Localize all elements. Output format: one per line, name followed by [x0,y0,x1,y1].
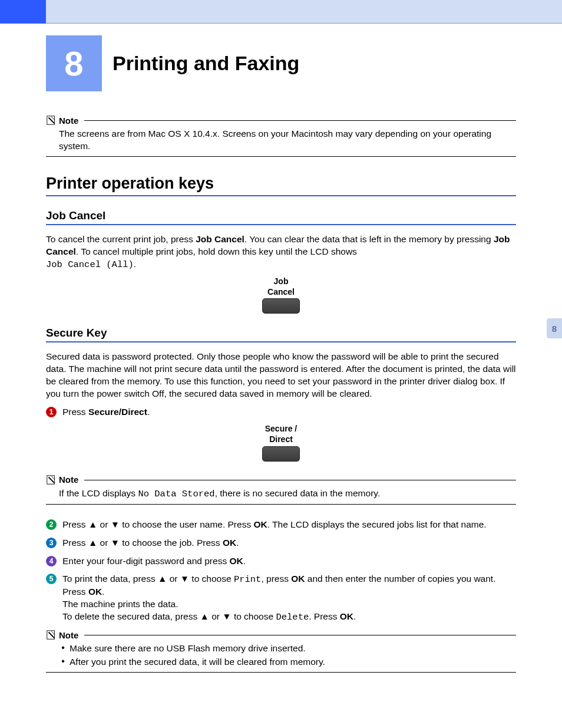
bold-text: OK [291,574,305,584]
header-strip [0,0,562,24]
note-body: If the LCD displays No Data Stored, ther… [59,487,516,500]
step-number-icon: 3 [46,538,57,548]
text: . [353,611,356,621]
subsection-secure-key: Secure Key [46,327,516,342]
chapter-number-box: 8 [46,35,102,91]
job-cancel-button-graphic: Job Cancel [46,277,516,317]
step-3: 3 Press ▲ or ▼ to choose the job. Press … [46,537,516,549]
note-end-rule [46,156,516,157]
step-5: 5 To print the data, press ▲ or ▼ to cho… [46,573,516,624]
note-bullet-1: • Make sure there are no USB Flash memor… [46,643,516,655]
secure-key-paragraph: Secured data is password protected. Only… [46,351,516,400]
step-text: Enter your four-digit password and press… [62,555,516,568]
job-cancel-paragraph: To cancel the current print job, press J… [46,233,516,271]
note-rule [84,634,516,635]
text: . You can clear the data that is left in… [244,234,494,244]
note-label: Note [59,630,78,640]
mono-text: Print [234,574,262,585]
note-label: Note [59,116,78,126]
step-text: Press ▲ or ▼ to choose the job. Press OK… [62,537,516,549]
button-label-line2: Cancel [46,288,516,297]
step-number-icon: 5 [46,574,57,584]
note-end-rule [46,672,516,673]
header-strip-left [0,0,46,24]
note-body: The screens are from Mac OS X 10.4.x. Sc… [59,128,516,153]
section-heading: Printer operation keys [46,174,516,196]
text: If the LCD displays [59,488,138,498]
note-label: Note [59,475,78,485]
text: . [147,407,150,417]
text: Press [62,407,88,417]
bold-text: Job Cancel [196,234,244,244]
note-icon [46,475,57,485]
step-2: 2 Press ▲ or ▼ to choose the user name. … [46,519,516,531]
secure-direct-button-graphic: Secure / Direct [46,424,516,464]
bold-text: OK [88,587,102,597]
header-strip-right [46,0,562,24]
text: Press ▲ or ▼ to choose the job. Press [62,538,223,548]
mono-text: No Data Stored [138,489,214,499]
mono-text: Delete [276,612,309,622]
bold-text: OK [229,556,243,566]
text: . [134,259,136,269]
subsection-job-cancel: Job Cancel [46,209,516,225]
text: . [243,556,246,566]
bullet-icon: • [59,656,67,668]
text: To delete the secured data, press ▲ or ▼… [62,611,276,621]
note-rule [84,120,516,121]
step-number-icon: 4 [46,556,57,566]
button-label-line1: Secure / [46,424,516,433]
note-header: Note [46,630,516,640]
text: . [102,587,104,597]
text: . [236,538,239,548]
bullet-text: Make sure there are no USB Flash memory … [70,643,516,655]
button-shape [262,446,300,462]
step-text: Press ▲ or ▼ to choose the user name. Pr… [62,519,516,531]
chapter-header: 8 Printing and Faxing [0,35,562,91]
button-label-line2: Direct [46,435,516,444]
note-header: Note [46,475,516,485]
step-text: To print the data, press ▲ or ▼ to choos… [62,573,516,624]
text: Enter your four-digit password and press [62,556,229,566]
side-tab: 8 [547,318,562,338]
step-text: Press Secure/Direct. [62,406,516,419]
bullet-icon: • [59,643,67,655]
note-bullet-2: • After you print the secured data, it w… [46,656,516,668]
text: To print the data, press ▲ or ▼ to choos… [62,574,234,584]
bullet-text: After you print the secured data, it wil… [70,656,516,668]
step-4: 4 Enter your four-digit password and pre… [46,555,516,568]
chapter-title: Printing and Faxing [113,52,299,75]
step-1: 1 Press Secure/Direct. [46,406,516,419]
text: To cancel the current print job, press [46,234,196,244]
note-icon [46,630,57,640]
bold-text: OK [253,519,267,529]
button-label-line1: Job [46,277,516,286]
step-number-icon: 2 [46,519,57,530]
note-icon [46,115,57,126]
bold-text: Secure/Direct [88,407,147,417]
page-number: 127 [0,722,562,728]
step-number-icon: 1 [46,407,57,417]
text: . The LCD displays the secured jobs list… [267,519,487,529]
text: . Press [309,611,340,621]
button-shape [262,298,300,314]
page-content: Note The screens are from Mac OS X 10.4.… [0,115,562,722]
note-end-rule [46,504,516,505]
bold-text: OK [340,611,353,621]
note-header: Note [46,115,516,126]
text: , press [261,574,291,584]
text: . To cancel multiple print jobs, hold do… [76,246,357,256]
text: Press ▲ or ▼ to choose the user name. Pr… [62,519,253,529]
note-rule [84,479,516,480]
mono-text: Job Cancel (All) [46,259,134,270]
text: , there is no secured data in the memory… [215,488,381,498]
text: The machine prints the data. [62,599,178,609]
bold-text: OK [223,538,236,548]
